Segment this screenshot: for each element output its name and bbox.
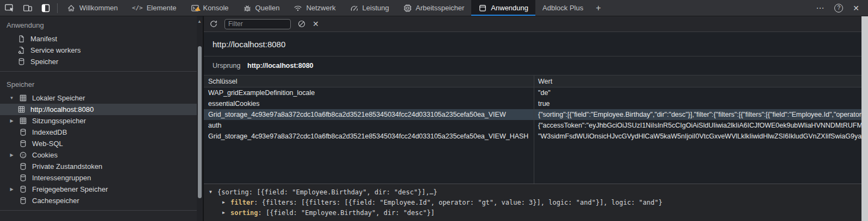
tab-arbeitsspeicher[interactable]: Arbeitsspeicher [396, 0, 472, 16]
database-icon [19, 128, 27, 136]
help-icon[interactable]: ? [834, 4, 843, 12]
bug-icon [243, 4, 252, 12]
database-icon [19, 162, 27, 171]
scrollbar-thumb[interactable] [198, 46, 202, 198]
tab-elemente[interactable]: </> Elemente [125, 0, 184, 16]
tab-willkommen[interactable]: Willkommen [60, 0, 125, 16]
sidebar-item-private-zustandstoken[interactable]: Private Zustandstoken [0, 161, 197, 172]
preview-child-row[interactable]: ▶ sorting : [{field: "Employee.Birthday"… [209, 207, 861, 218]
clear-all-icon[interactable] [297, 20, 306, 28]
origin-value: http://localhost:8080 [247, 62, 314, 70]
chevron-down-icon[interactable]: ▼ [9, 96, 15, 100]
device-emulation-icon[interactable] [23, 3, 33, 13]
new-tab-button[interactable]: + [590, 0, 606, 16]
tab-quellen[interactable]: Quellen [236, 0, 287, 16]
wifi-icon [294, 4, 302, 12]
sidebar-item-indexeddb[interactable]: IndexedDB [0, 127, 197, 138]
storage-value: true [534, 100, 861, 108]
sidebar-section-anwendung: Anwendung [0, 16, 197, 33]
table-icon [17, 105, 26, 113]
more-options-icon[interactable]: ⋯ [816, 3, 825, 13]
tab-anwendung[interactable]: Anwendung [471, 0, 535, 16]
sidebar-item-localhost-8080[interactable]: http://localhost:8080 [0, 104, 197, 115]
chevron-right-icon[interactable]: ▶ [9, 187, 15, 192]
table-row[interactable]: essentialCookies true [204, 98, 861, 109]
origin-row[interactable]: Ursprung http://localhost:8080 [204, 56, 861, 75]
table-row-selected[interactable]: Grid_storage_4c93e97a8a372cdc10a6fb8ca2d… [204, 109, 861, 120]
origin-label: Ursprung [213, 62, 247, 70]
sidebar-item-label: Cookies [32, 151, 58, 159]
chevron-down-icon[interactable]: ▼ [209, 190, 217, 194]
activity-bar-layout-icon[interactable] [41, 3, 51, 13]
tab-label: Leistung [363, 4, 389, 12]
file-gear-icon [17, 46, 26, 54]
tab-label: Elemente [147, 4, 177, 12]
sidebar-item-cachespeicher[interactable]: Cachespeicher [0, 195, 197, 206]
console-icon-wrap [191, 4, 199, 12]
tab-label: Arbeitsspeicher [416, 4, 465, 12]
sidebar-item-freigegebener-speicher[interactable]: ▶ Freigegebener Speicher [0, 184, 197, 195]
chevron-right-icon[interactable]: ▶ [9, 153, 15, 157]
table-row[interactable]: auth {"accessToken":"eyJhbGciOiJSUzI1NiI… [204, 120, 861, 131]
tab-label: Anwendung [491, 4, 528, 12]
sidebar-item-label: http://localhost:8080 [30, 105, 93, 113]
tab-konsole[interactable]: Konsole [184, 0, 236, 16]
sidebar-item-label: Sitzungsspeicher [32, 117, 86, 125]
sidebar-item-service-workers[interactable]: Service workers [0, 45, 197, 56]
preview-root-text: {sorting: [{field: "Employee.Birthday", … [217, 188, 438, 196]
close-icon[interactable]: ✕ [853, 4, 859, 12]
sidebar-item-manifest[interactable]: Manifest [0, 33, 197, 45]
console-warning-badge-icon [195, 7, 201, 11]
preview-root-row[interactable]: ▼ {sorting: [{field: "Employee.Birthday"… [209, 187, 861, 197]
sidebar-divider [0, 210, 197, 211]
toolbar-separator [57, 3, 58, 13]
sidebar-item-sitzungsspeicher[interactable]: ▶ Sitzungsspeicher [0, 115, 197, 127]
inspect-element-icon[interactable] [4, 3, 15, 13]
sidebar-item-cookies[interactable]: ▶ Cookies [0, 149, 197, 161]
tab-netzwerk[interactable]: Netzwerk [286, 0, 342, 16]
window-scrollbar[interactable] [861, 16, 868, 221]
code-icon: </> [132, 4, 143, 11]
table-icon [19, 94, 27, 102]
chevron-right-icon[interactable]: ▶ [222, 210, 230, 215]
tab-label: Netzwerk [306, 4, 335, 12]
tab-adblock-plus[interactable]: Adblock Plus [535, 0, 590, 16]
sidebar-scrollbar[interactable]: ▲ [197, 17, 203, 221]
chevron-right-icon[interactable]: ▶ [222, 200, 230, 205]
storage-key: WAP_gridExampleDefinition_locale [204, 89, 534, 97]
sidebar-item-lokaler-speicher[interactable]: ▼ Lokaler Speicher [0, 92, 197, 104]
storage-key: Grid_storage_4c93e97a8a372cdc10a6fb8ca2d… [204, 132, 534, 140]
sidebar-item-speicher[interactable]: Speicher [0, 56, 197, 67]
database-icon [19, 140, 27, 148]
database-icon [19, 197, 27, 205]
scroll-up-arrow-icon[interactable]: ▲ [197, 19, 202, 24]
tab-leistung[interactable]: Leistung [343, 0, 396, 16]
table-row[interactable]: WAP_gridExampleDefinition_locale "de" [204, 87, 861, 98]
sidebar-item-label: Web-SQL [32, 140, 63, 148]
sidebar-section-hintergrunddienste: Hintergrunddienste [0, 214, 197, 221]
sidebar-item-label: IndexedDB [32, 128, 67, 136]
sidebar-item-label: Private Zustandstoken [32, 162, 102, 171]
delete-selected-icon[interactable]: ✕ [313, 20, 319, 28]
chevron-right-icon[interactable]: ▶ [9, 118, 15, 123]
column-header-schluessel[interactable]: Schlüssel [204, 78, 534, 85]
preview-key: sorting [230, 209, 258, 217]
local-storage-panel: ✕ http://localhost:8080 Ursprung http://… [204, 16, 861, 221]
filter-input[interactable] [224, 19, 291, 29]
sidebar-item-label: Freigegebener Speicher [32, 185, 108, 193]
sidebar-section-speicher: Speicher [0, 75, 197, 92]
storage-value: "de" [534, 89, 861, 97]
sidebar-item-web-sql[interactable]: Web-SQL [0, 138, 197, 149]
column-divider[interactable] [534, 75, 534, 184]
preview-child-row[interactable]: ▶ filter : {filters: [{filters: [{field:… [209, 197, 861, 207]
table-row[interactable]: Grid_storage_4c93e97a8a372cdc10a6fb8ca2d… [204, 131, 861, 142]
chip-icon [403, 4, 412, 12]
toolbar-right-controls: ⋯ ? ✕ [816, 0, 868, 16]
refresh-icon[interactable] [209, 20, 218, 28]
storage-value: {"accessToken":"eyJhbGciOiJSUzI1NiIsInR5… [534, 122, 861, 129]
storage-key: essentialCookies [204, 100, 534, 108]
sidebar-item-interessengruppen[interactable]: Interessengruppen [0, 172, 197, 184]
column-header-wert[interactable]: Wert [534, 78, 861, 85]
database-icon [19, 185, 27, 193]
devtools-toolbar: Willkommen </> Elemente Konsole Quellen … [0, 0, 868, 16]
